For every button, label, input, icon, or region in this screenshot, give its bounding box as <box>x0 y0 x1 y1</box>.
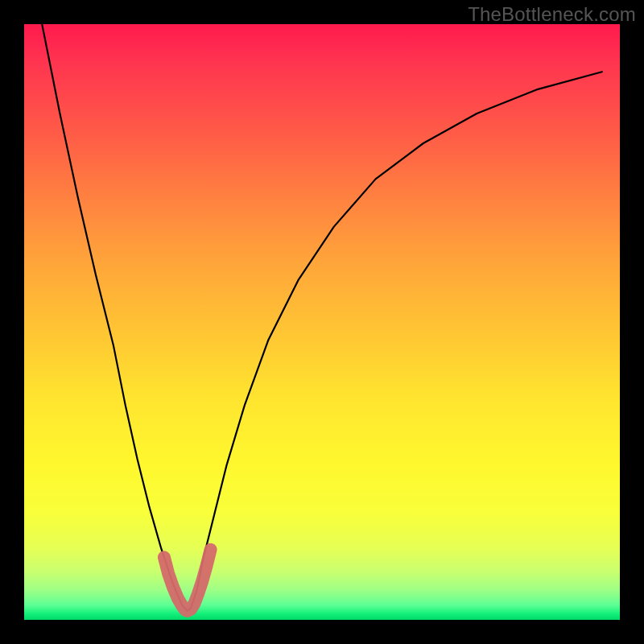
bottleneck-curve <box>42 24 602 611</box>
chart-svg <box>24 24 620 620</box>
highlight-segment <box>164 550 211 611</box>
plot-area <box>24 24 620 620</box>
watermark-text: TheBottleneck.com <box>468 3 636 26</box>
